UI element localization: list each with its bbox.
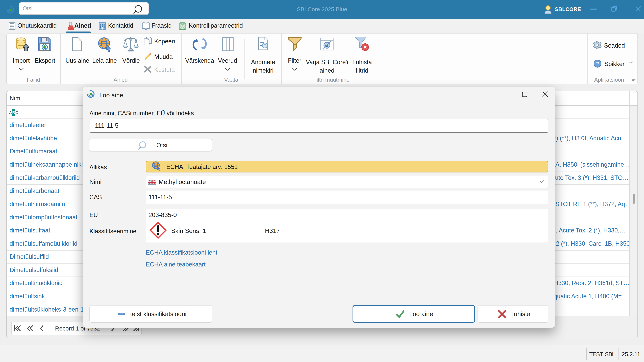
svg-text:A: A: [9, 111, 12, 115]
svg-text:B: B: [12, 111, 15, 115]
svg-text:C: C: [16, 111, 18, 115]
svg-text:?: ?: [596, 61, 599, 66]
